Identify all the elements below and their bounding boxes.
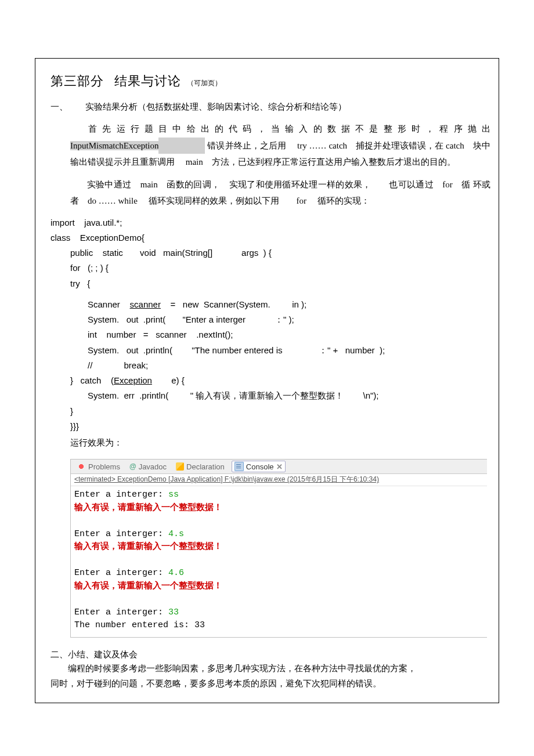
section-title: 第三部分 结果与讨论 （可加页）	[50, 73, 493, 90]
section2-heading: 二、小结、建议及体会	[50, 649, 493, 660]
code-line: System. out .print( "Enter a interger ："…	[50, 312, 493, 327]
console-tabbar: Problems @ Javadoc Declaration Console ✕	[71, 460, 487, 474]
title-name: 结果与讨论	[114, 74, 181, 88]
code-line: } catch (Exception e) {	[50, 373, 493, 388]
section1-heading: 一、 实验结果分析（包括数据处理、影响因素讨论、综合分析和结论等）	[50, 102, 493, 113]
code-line: System. out .println( "The number entere…	[50, 343, 493, 358]
section2-p2: 同时，对于碰到的问题，不要忽略，要多多思考本质的原因，避免下次犯同样的错误。	[50, 677, 493, 691]
tab-declaration[interactable]: Declaration	[174, 462, 227, 472]
para2-a: 实验中通过 main 函数的回调， 实现了和使用循环处理一样的效果， 也可以通过…	[87, 180, 471, 189]
code-line: // break;	[50, 358, 493, 373]
close-icon[interactable]: ✕	[276, 462, 283, 471]
tab-label: Console	[246, 462, 274, 471]
console-icon	[234, 462, 244, 471]
section2-p1: 编程的时候要多考虑一些影响因素，多思考几种实现方法，在各种方法中寻找最优的方案，	[50, 661, 493, 676]
code-line: try {	[50, 276, 493, 291]
para1-b: 错误并终止，之后用 try …… catch 捕捉并处理该错误，在	[207, 141, 443, 150]
tab-label: Problems	[88, 462, 120, 471]
highlight-exception: InputMismatchException	[70, 141, 158, 150]
terminated-line: <terminated> ExceptionDemo [Java Applica…	[71, 474, 487, 486]
code-line: }	[50, 404, 493, 419]
tab-label: Declaration	[186, 462, 225, 471]
code-line: Scanner scanner = new Scanner(System. in…	[50, 297, 493, 312]
code-line: class ExceptionDemo{	[50, 230, 493, 245]
code-line: System. err .println( " 输入有误，请重新输入一个整型数据…	[50, 388, 493, 403]
code-block: import java.util.*; class ExceptionDemo{…	[50, 215, 493, 435]
code-line: for (; ; ) {	[50, 261, 493, 276]
title-note: （可加页）	[187, 79, 222, 87]
console-output: Enter a interger: ss 输入有误，请重新输入一个整型数据！ E…	[71, 486, 487, 637]
document-frame: 第三部分 结果与讨论 （可加页） 一、 实验结果分析（包括数据处理、影响因素讨论…	[35, 58, 499, 703]
problems-icon	[77, 462, 86, 471]
code-line: public static void main(String[] args ) …	[50, 245, 493, 261]
tab-javadoc[interactable]: @ Javadoc	[127, 462, 169, 472]
javadoc-icon: @	[129, 462, 136, 471]
run-result-label: 运行效果为：	[70, 437, 493, 448]
para2: 实验中通过 main 函数的回调， 实现了和使用循环处理一样的效果， 也可以通过…	[50, 176, 493, 209]
para1-a: 首 先 运 行 题 目 中 给 出 的 代 码 ， 当 输 入 的 数 据 不 …	[87, 124, 491, 133]
declaration-icon	[176, 462, 184, 471]
title-part: 第三部分	[50, 74, 104, 88]
para1: 首 先 运 行 题 目 中 给 出 的 代 码 ， 当 输 入 的 数 据 不 …	[50, 121, 493, 171]
code-line: import java.util.*;	[50, 215, 493, 230]
tab-label: Javadoc	[139, 462, 167, 471]
tab-console[interactable]: Console ✕	[232, 461, 286, 472]
code-line: int number = scanner .nextInt();	[50, 327, 493, 342]
code-line: }}}	[50, 419, 493, 434]
tab-problems[interactable]: Problems	[74, 461, 122, 472]
underline-scanner: scanner	[130, 299, 161, 309]
underline-exception: Exception	[114, 375, 152, 385]
blank-line	[50, 291, 493, 297]
eclipse-console: Problems @ Javadoc Declaration Console ✕…	[70, 459, 487, 638]
